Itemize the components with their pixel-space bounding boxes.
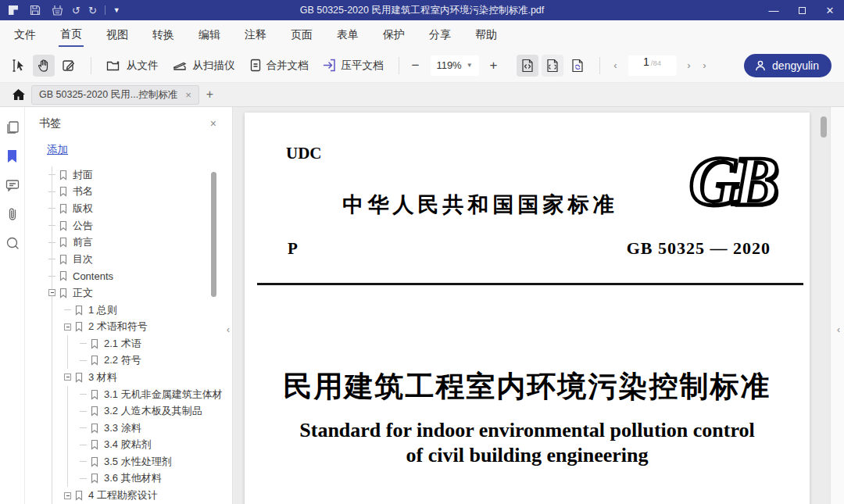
page-thumbnails-icon[interactable]: [5, 120, 20, 135]
menu-tab-convert[interactable]: 转换: [151, 23, 176, 46]
next-view-button[interactable]: ›: [697, 59, 713, 71]
tree-branch: [80, 394, 87, 395]
bookmark-item-label: 3.3 涂料: [104, 421, 141, 435]
bookmark-item[interactable]: 3 材料: [25, 369, 232, 386]
toolbar-divider: [91, 57, 91, 74]
bookmark-item[interactable]: 版权: [25, 200, 232, 217]
zoom-out-button[interactable]: −: [407, 58, 424, 73]
collapse-toggle-icon[interactable]: [48, 289, 55, 296]
new-tab-button[interactable]: +: [206, 88, 213, 102]
bookmark-item-label: 4 工程勘察设计: [88, 488, 158, 502]
collapse-toggle-icon[interactable]: [64, 374, 71, 381]
zoom-in-button[interactable]: +: [485, 58, 502, 73]
page-number-input[interactable]: 1 /84: [628, 55, 677, 76]
menu-tab-page[interactable]: 页面: [289, 23, 314, 46]
redo-icon[interactable]: ↻: [88, 5, 97, 16]
menubar: 文件首页视图转换编辑注释页面表单保护分享帮助: [0, 20, 844, 48]
panel-collapse-handle[interactable]: ‹: [227, 324, 230, 335]
collapse-toggle-icon[interactable]: [64, 492, 71, 499]
tree-branch: [48, 191, 55, 192]
bookmark-item[interactable]: 3.1 无机非金属建筑主体材: [25, 386, 232, 403]
select-tool-button[interactable]: [8, 55, 30, 77]
minimize-button[interactable]: —: [760, 0, 788, 20]
tree-branch: [64, 309, 71, 310]
merge-docs-button[interactable]: 合并文档: [242, 54, 316, 77]
bookmark-item[interactable]: 3.6 其他材料: [25, 470, 232, 488]
bookmarks-panel-icon[interactable]: [5, 148, 20, 164]
flatten-doc-button[interactable]: 压平文档: [316, 54, 391, 77]
right-panel-rail: ‹: [830, 107, 844, 504]
bookmark-item[interactable]: 3.2 人造木板及其制品: [25, 402, 232, 420]
prev-page-button[interactable]: ‹: [608, 59, 624, 71]
bookmark-item[interactable]: Contents: [25, 268, 232, 285]
document-tab[interactable]: GB 50325-2020 民用...控制标准 ×: [31, 85, 199, 105]
home-tab-button[interactable]: [8, 85, 28, 104]
next-page-button[interactable]: ›: [681, 59, 697, 71]
titlebar: ↺ ↻ ▼ GB 50325-2020 民用建筑工程室内环境污染控制标准.pdf…: [0, 0, 844, 20]
menu-tab-help[interactable]: 帮助: [474, 23, 499, 46]
maximize-button[interactable]: [788, 0, 816, 20]
menu-tab-form[interactable]: 表单: [335, 23, 360, 46]
attachments-panel-icon[interactable]: [5, 206, 20, 222]
tab-close-icon[interactable]: ×: [185, 89, 191, 101]
bookmark-item[interactable]: 正文: [25, 284, 232, 302]
menu-tab-share[interactable]: 分享: [427, 23, 452, 46]
hand-tool-button[interactable]: [33, 55, 55, 77]
standard-title-cn: 民用建筑工程室内环境污染控制标准: [245, 367, 810, 406]
bookmark-item[interactable]: 3.4 胶粘剂: [25, 437, 232, 454]
bookmark-item-label: 2.1 术语: [104, 337, 141, 351]
bookmark-item[interactable]: 2 术语和符号: [25, 318, 232, 335]
bookmark-item[interactable]: 2.1 术语: [25, 335, 232, 352]
tree-branch: [48, 259, 55, 259]
zoom-level-select[interactable]: 119% ▼: [431, 55, 479, 76]
bookmark-item-label: 目次: [73, 252, 93, 266]
fit-width-button[interactable]: [517, 55, 538, 77]
bookmark-item[interactable]: 书名: [25, 184, 232, 201]
bookmark-item[interactable]: 前言: [25, 234, 232, 251]
panel-close-icon[interactable]: ×: [210, 117, 216, 130]
menu-tab-file[interactable]: 文件: [13, 23, 38, 46]
bookmark-glyph-icon: [59, 220, 68, 231]
save-icon[interactable]: [28, 3, 42, 17]
bookmark-item-label: 书名: [73, 184, 93, 198]
bookmark-glyph-icon: [59, 270, 68, 281]
bookmark-item[interactable]: 公告: [25, 217, 232, 234]
comments-panel-icon[interactable]: [5, 177, 20, 193]
menu-tab-edit[interactable]: 编辑: [197, 23, 222, 46]
bookmark-item[interactable]: 2.2 符号: [25, 352, 232, 370]
header-rule: [257, 283, 803, 285]
bookmark-item[interactable]: 4 工程勘察设计: [25, 487, 232, 504]
document-tabbar: GB 50325-2020 民用...控制标准 × +: [0, 83, 844, 107]
undo-icon[interactable]: ↺: [72, 5, 80, 16]
panel-scrollbar[interactable]: [211, 172, 216, 297]
typewriter-icon[interactable]: [50, 3, 64, 17]
from-file-label: 从文件: [127, 59, 159, 73]
document-scrollbar[interactable]: [821, 116, 827, 138]
rotate-view-button[interactable]: [567, 55, 588, 77]
from-scanner-button[interactable]: 从扫描仪: [166, 54, 242, 77]
menu-tab-comment[interactable]: 注释: [243, 23, 268, 46]
add-bookmark-link[interactable]: 添加: [47, 143, 68, 157]
document-tab-label: GB 50325-2020 民用...控制标准: [39, 88, 177, 102]
search-panel-icon[interactable]: [5, 235, 20, 251]
collapse-toggle-icon[interactable]: [64, 323, 71, 331]
bookmark-item[interactable]: 封面: [25, 166, 232, 184]
bookmark-item[interactable]: 目次: [25, 251, 232, 268]
close-button[interactable]: ✕: [816, 0, 844, 20]
tree-branch: [48, 276, 55, 277]
bookmark-item-label: 3.6 其他材料: [104, 471, 162, 485]
from-file-button[interactable]: 从文件: [99, 54, 166, 77]
user-account-button[interactable]: dengyulin: [744, 54, 831, 77]
bookmark-item-label: 3.4 胶粘剂: [104, 438, 152, 452]
right-panel-collapse-handle[interactable]: ‹: [837, 324, 840, 335]
menu-tab-view[interactable]: 视图: [105, 23, 130, 46]
zoom-level-value: 119%: [436, 59, 461, 71]
menu-tab-protect[interactable]: 保护: [381, 23, 406, 46]
customize-toolbar-caret-icon[interactable]: ▼: [113, 6, 120, 14]
bookmark-item[interactable]: 3.3 涂料: [25, 420, 232, 437]
edit-annotate-button[interactable]: [58, 55, 80, 77]
bookmark-item[interactable]: 1 总则: [25, 302, 232, 319]
bookmark-item[interactable]: 3.5 水性处理剂: [25, 453, 232, 470]
menu-tab-home[interactable]: 首页: [59, 22, 84, 47]
fit-page-button[interactable]: [542, 55, 563, 77]
